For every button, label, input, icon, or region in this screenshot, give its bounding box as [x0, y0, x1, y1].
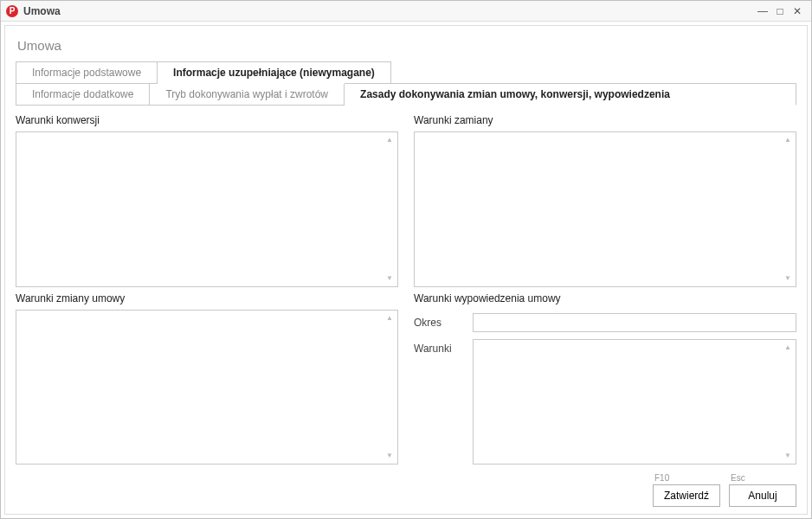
cancel-shortcut: Esc: [729, 473, 745, 483]
tab-tryb-wyplat[interactable]: Tryb dokonywania wypłat i zwrotów: [150, 83, 345, 106]
cancel-group: Esc Anuluj: [729, 473, 796, 507]
wrap-warunki-sub: ▲ ▼: [473, 339, 796, 465]
label-warunki-zmiany-umowy: Warunki zmiany umowy: [16, 291, 398, 306]
titlebar: P Umowa — □ ✕: [1, 1, 811, 22]
label-warunki-konwersji: Warunki konwersji: [16, 112, 398, 128]
confirm-button[interactable]: Zatwierdź: [653, 484, 720, 507]
wrap-warunki-konwersji: ▲ ▼: [16, 131, 398, 287]
minimize-button[interactable]: —: [754, 5, 771, 17]
confirm-shortcut: F10: [653, 473, 669, 483]
tab-informacje-uzupelniajace[interactable]: Informacje uzupełniające (niewymagane): [158, 61, 391, 84]
label-warunki-wypowiedzenia: Warunki wypowiedzenia umowy: [414, 291, 796, 306]
primary-tab-row: Informacje podstawowe Informacje uzupełn…: [16, 61, 796, 84]
confirm-group: F10 Zatwierdź: [653, 473, 720, 507]
tab-zasady-zmian[interactable]: Zasady dokonywania zmian umowy, konwersj…: [345, 83, 796, 106]
content-area: Umowa Informacje podstawowe Informacje u…: [4, 25, 808, 515]
maximize-button[interactable]: □: [771, 5, 789, 17]
label-okres: Okres: [414, 313, 466, 332]
input-warunki-zmiany-umowy[interactable]: [16, 310, 398, 465]
input-warunki-zamiany[interactable]: [414, 131, 796, 287]
tab-informacje-podstawowe[interactable]: Informacje podstawowe: [16, 61, 158, 84]
input-warunki-konwersji[interactable]: [16, 131, 398, 287]
label-warunki-zamiany: Warunki zamiany: [414, 112, 796, 128]
window-root: P Umowa — □ ✕ Umowa Informacje podstawow…: [0, 0, 812, 519]
input-okres[interactable]: [473, 313, 796, 332]
footer: F10 Zatwierdź Esc Anuluj: [16, 465, 796, 507]
wrap-warunki-zamiany: ▲ ▼: [414, 131, 796, 287]
cancel-button[interactable]: Anuluj: [729, 484, 796, 507]
secondary-tab-row: Informacje dodatkowe Tryb dokonywania wy…: [16, 83, 796, 106]
form-grid: Warunki konwersji ▲ ▼ Warunki zamiany ▲ …: [16, 112, 796, 465]
page-title: Umowa: [17, 38, 795, 53]
window-title: Umowa: [23, 5, 61, 17]
wrap-warunki-zmiany-umowy: ▲ ▼: [16, 310, 398, 465]
input-warunki-sub[interactable]: [473, 339, 796, 465]
app-icon: P: [6, 5, 18, 17]
close-button[interactable]: ✕: [789, 5, 806, 17]
label-warunki-sub: Warunki: [414, 339, 466, 465]
tab-informacje-dodatkowe[interactable]: Informacje dodatkowe: [16, 83, 150, 106]
wypowiedzenie-group: Warunki wypowiedzenia umowy Okres Warunk…: [414, 291, 796, 465]
